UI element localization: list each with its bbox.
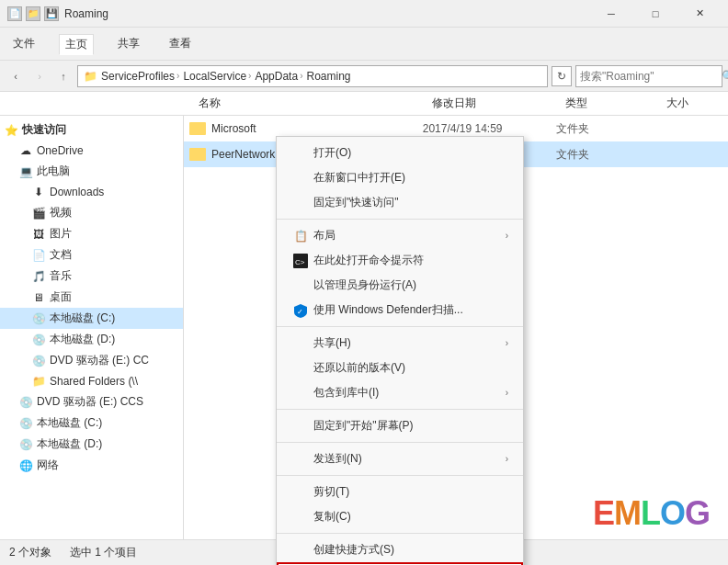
sidebar-dvd-cc[interactable]: 💿 DVD 驱动器 (E:) CC — [0, 350, 183, 371]
save-icon: 💾 — [44, 6, 59, 21]
forward-button[interactable]: › — [29, 66, 50, 86]
refresh-button[interactable]: ↻ — [552, 66, 572, 86]
sidebar-onedrive[interactable]: ☁ OneDrive — [0, 141, 183, 161]
svg-text:✓: ✓ — [297, 308, 303, 316]
ctx-layout-arrow: › — [506, 231, 508, 241]
dvd-icon-e: 💿 — [18, 395, 33, 410]
sidebar-local-disk-d2[interactable]: 💿 本地磁盘 (D:) — [0, 434, 183, 455]
folder-icon-0 — [189, 122, 206, 135]
ribbon: 文件 主页 共享 查看 — [0, 28, 728, 61]
address-roaming[interactable]: Roaming — [306, 70, 350, 83]
col-header-date[interactable]: 修改日期 — [427, 96, 561, 111]
address-bar: 📁 ServiceProfiles › LocalService › AppDa… — [77, 65, 548, 87]
ctx-open[interactable]: 打开(O) — [277, 141, 523, 165]
ctx-cut[interactable]: 剪切(T) — [277, 480, 523, 504]
search-input[interactable] — [580, 70, 718, 83]
ctx-sendto-icon — [291, 452, 310, 467]
address-appdata[interactable]: AppData › — [255, 70, 302, 83]
ctx-restore-icon — [291, 361, 310, 376]
col-header-type[interactable]: 类型 — [560, 96, 660, 111]
documents-icon: 📄 — [31, 248, 46, 263]
disk-icon-c2: 💿 — [18, 416, 33, 431]
sidebar-desktop[interactable]: 🖥 桌面 — [0, 287, 183, 308]
ctx-pin-icon — [291, 196, 310, 210]
minimize-button[interactable]: ─ — [590, 0, 632, 28]
pc-icon: 💻 — [18, 164, 33, 179]
ribbon-tab-share[interactable]: 共享 — [112, 34, 145, 53]
ribbon-tab-view[interactable]: 查看 — [164, 34, 197, 53]
ctx-create-shortcut[interactable]: 创建快捷方式(S) — [277, 537, 523, 562]
col-header-size[interactable]: 大小 — [661, 96, 728, 111]
sidebar-network[interactable]: 🌐 网络 — [0, 455, 183, 476]
pictures-icon: 🖼 — [31, 227, 46, 242]
sidebar-downloads[interactable]: ⬇ Downloads — [0, 182, 183, 202]
address-icon: 📁 — [84, 70, 97, 83]
ctx-copy-icon — [291, 510, 310, 525]
onedrive-icon: ☁ — [18, 143, 33, 158]
emlog-o: O — [660, 494, 685, 532]
ctx-send-to[interactable]: 发送到(N) › — [277, 446, 523, 471]
sidebar-pictures[interactable]: 🖼 图片 — [0, 223, 183, 244]
sidebar-quick-access[interactable]: ⭐ 快速访问 — [0, 119, 183, 141]
ribbon-tab-file[interactable]: 文件 — [7, 34, 40, 53]
sidebar-documents[interactable]: 📄 文档 — [0, 244, 183, 266]
video-icon: 🎬 — [31, 206, 46, 220]
ctx-layout[interactable]: 📋布局 › — [277, 223, 523, 248]
disk-icon-d: 💿 — [31, 333, 46, 347]
search-icon: 🔍 — [722, 70, 728, 83]
sidebar-shared-folders[interactable]: 📁 Shared Folders (\\ — [0, 371, 183, 391]
ctx-include-library[interactable]: 包含到库中(I) › — [277, 380, 523, 405]
ctx-open-new-window[interactable]: 在新窗口中打开(E) — [277, 165, 523, 190]
ctx-cut-icon — [291, 485, 310, 500]
ctx-share-arrow: › — [506, 338, 508, 348]
emlog-g: G — [685, 494, 710, 532]
ctx-sep-3 — [277, 409, 523, 410]
close-button[interactable]: ✕ — [678, 0, 721, 28]
maximize-button[interactable]: □ — [634, 0, 677, 28]
ctx-pin-start[interactable]: 固定到"开始"屏幕(P) — [277, 413, 523, 438]
sidebar-local-disk-c[interactable]: 💿 本地磁盘 (C:) — [0, 308, 183, 329]
sidebar-music[interactable]: 🎵 音乐 — [0, 266, 183, 287]
ctx-restore[interactable]: 还原以前的版本(V) — [277, 356, 523, 380]
sidebar-dvd-ccs[interactable]: 💿 DVD 驱动器 (E:) CCS — [0, 391, 183, 412]
ctx-admin-icon — [291, 278, 310, 293]
search-bar: 🔍 — [575, 65, 722, 87]
disk-icon-d2: 💿 — [18, 437, 33, 452]
file-type-1: 文件夹 — [556, 147, 656, 163]
sidebar-local-disk-c2[interactable]: 💿 本地磁盘 (C:) — [0, 412, 183, 434]
sidebar-this-pc[interactable]: 💻 此电脑 — [0, 161, 183, 182]
address-service-profiles[interactable]: ServiceProfiles › — [101, 70, 179, 83]
emlog-l: L — [641, 494, 660, 532]
ctx-sep-1 — [277, 219, 523, 220]
nav-bar: ‹ › ↑ 📁 ServiceProfiles › LocalService ›… — [0, 61, 728, 92]
back-button[interactable]: ‹ — [6, 66, 26, 86]
ctx-pin-quick-access[interactable]: 固定到"快速访问" — [277, 190, 523, 215]
col-header-name[interactable]: 名称 — [193, 96, 427, 111]
file-date-0: 2017/4/19 14:59 — [423, 122, 556, 135]
emlog-watermark: EMLOG — [593, 494, 710, 533]
sidebar-local-disk-d[interactable]: 💿 本地磁盘 (D:) — [0, 329, 183, 350]
ctx-copy[interactable]: 复制(C) — [277, 504, 523, 529]
address-local-service[interactable]: LocalService › — [183, 70, 251, 83]
ctx-share-icon — [291, 336, 310, 351]
sidebar-video[interactable]: 🎬 视频 — [0, 202, 183, 223]
star-icon: ⭐ — [4, 123, 18, 138]
ctx-layout-icon: 📋 — [291, 229, 310, 243]
ctx-pin-start-icon — [291, 419, 310, 434]
ribbon-tab-home[interactable]: 主页 — [59, 34, 94, 55]
up-button[interactable]: ↑ — [53, 66, 74, 86]
ctx-new-window-icon — [291, 171, 310, 186]
ctx-run-as-admin[interactable]: 以管理员身份运行(A) — [277, 273, 523, 298]
emlog-m: M — [614, 494, 641, 532]
ctx-share[interactable]: 共享(H) › — [277, 331, 523, 356]
network-icon: 🌐 — [18, 458, 33, 473]
downloads-icon: ⬇ — [31, 185, 46, 199]
ctx-sep-2 — [277, 326, 523, 327]
emlog-e: E — [593, 494, 614, 532]
ctx-defender[interactable]: ✓ 使用 Windows Defender扫描... — [277, 298, 523, 322]
ctx-open-icon — [291, 146, 310, 161]
title-bar-icons: 📄 📁 💾 — [7, 6, 59, 21]
disk-icon: 💿 — [31, 311, 46, 326]
ctx-library-arrow: › — [506, 388, 508, 398]
ctx-cmd-here[interactable]: C> 在此处打开命令提示符 — [277, 248, 523, 273]
